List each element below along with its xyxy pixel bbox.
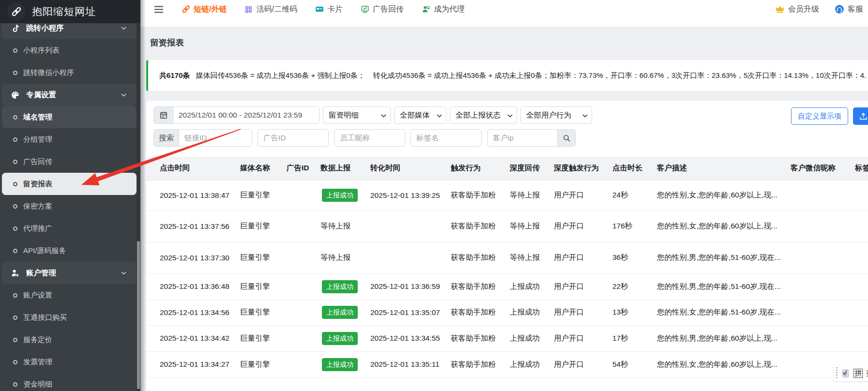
sidebar-item-9[interactable]: 代理推广: [2, 217, 137, 240]
user-gear-icon: [11, 269, 20, 278]
sidebar-group-3[interactable]: 专属设置: [2, 84, 137, 106]
sidebar-item-10[interactable]: API/源码服务: [2, 240, 137, 262]
report-status-select[interactable]: 全部上报状态: [450, 106, 517, 124]
sidebar-item-15[interactable]: 发票管理: [2, 351, 137, 373]
app-logo[interactable]: [7, 2, 26, 21]
ime-drag-handle-icon[interactable]: [836, 367, 838, 379]
sidebar-scrollbar-track[interactable]: [137, 23, 140, 391]
cell-media: 巨量引擎: [240, 180, 287, 211]
radio-bullet-icon: [13, 160, 17, 164]
customize-columns-button[interactable]: 自定义显示项: [791, 107, 848, 125]
sidebar-item-1[interactable]: 小程序列表: [2, 39, 137, 61]
sidebar-item-label: 代理推广: [23, 224, 52, 233]
search-button[interactable]: [557, 129, 576, 147]
sidebar-item-4[interactable]: 域名管理: [2, 106, 137, 128]
topnav-item-1[interactable]: 活码/二维码: [244, 4, 297, 15]
chevron-down-icon: [381, 114, 386, 118]
cell-deep-trigger: 用户开口: [554, 211, 612, 242]
search-field-4[interactable]: [487, 129, 557, 147]
topnav-item-3[interactable]: 广告回传: [361, 4, 404, 15]
sidebar-item-6[interactable]: 广告回传: [2, 150, 137, 173]
cell-duration: 54秒: [612, 351, 657, 377]
cell-click-time: 2025-12-01 13:37:30: [146, 242, 240, 273]
sidebar-item-8[interactable]: 保密方案: [2, 195, 137, 217]
sidebar-scrollbar-thumb[interactable]: [137, 241, 140, 389]
table-row[interactable]: 2025-12-01 13:37:56巨量引擎等待上报获客助手加粉等待上报用户开…: [146, 211, 868, 242]
cell-conv-time: 2025-12-01 13:35:07: [370, 300, 451, 325]
topnav-right-1[interactable]: 客服: [835, 4, 863, 15]
sidebar-group-11[interactable]: 账户管理: [2, 262, 137, 284]
report-table: 点击时间媒体名称广告ID数据上报转化时间触发行为深度回传深度触发行为点击时长客户…: [146, 157, 868, 378]
headset-icon: [835, 4, 844, 14]
calendar-button[interactable]: [154, 107, 173, 123]
cell-wechat: [791, 325, 855, 351]
table-row[interactable]: 2025-12-01 13:37:30巨量引擎等待上报获客助手加粉等待上报用户开…: [146, 242, 868, 273]
radio-bullet-icon: [13, 316, 17, 320]
report-status-badge: 上报成功: [322, 189, 358, 202]
cell-duration: 36秒: [612, 242, 657, 273]
monitor-transfer-icon: [361, 5, 369, 14]
cell-ad-id: [287, 325, 320, 351]
sidebar-item-16[interactable]: 资金明细: [2, 373, 137, 391]
cell-duration: 17秒: [612, 325, 657, 351]
sidebar-item-label: 小程序列表: [23, 46, 60, 55]
search-field-2[interactable]: [334, 129, 405, 147]
cell-wechat: [791, 300, 855, 325]
radio-bullet-icon: [13, 226, 17, 231]
media-select[interactable]: 全部媒体: [394, 106, 446, 124]
report-status-badge: 上报成功: [322, 332, 358, 345]
sidebar-item-2[interactable]: 跳转微信小程序: [2, 61, 137, 84]
date-range-input[interactable]: [173, 107, 319, 123]
table-row[interactable]: 2025-12-01 13:34:56巨量引擎上报成功2025-12-01 13…: [146, 300, 868, 325]
table-body: 2025-12-01 13:38:47巨量引擎上报成功2025-12-01 13…: [146, 180, 868, 377]
table-row[interactable]: 2025-12-01 13:34:27巨量引擎上报成功2025-12-01 13…: [146, 351, 868, 377]
search-field-0[interactable]: [179, 129, 252, 147]
table-header: 点击时间媒体名称广告ID数据上报转化时间触发行为深度回传深度触发行为点击时长客户…: [146, 157, 868, 180]
stats-banner: 共6170条 媒体回传4536条 = 成功上报4536条 + 强制上报0条； 转…: [146, 60, 868, 91]
topnav-item-4[interactable]: 成为代理: [422, 4, 465, 15]
cell-duration: 22秒: [612, 273, 657, 300]
menu-toggle-icon[interactable]: [154, 6, 163, 13]
topnav-item-label: 广告回传: [373, 4, 404, 15]
sidebar-item-5[interactable]: 分组管理: [2, 128, 137, 150]
table-row[interactable]: 2025-12-01 13:36:48巨量引擎上报成功2025-12-01 13…: [146, 273, 868, 300]
search-field-1[interactable]: [258, 129, 329, 147]
table-row[interactable]: 2025-12-01 13:38:47巨量引擎上报成功2025-12-01 13…: [146, 180, 868, 211]
cell-tags: [855, 300, 868, 325]
cell-desc: 您的性别,男,您的年龄,60岁以上,现...: [657, 325, 791, 351]
chevron-down-icon: [121, 93, 126, 97]
doc-check-icon: [841, 369, 850, 378]
table-row[interactable]: 2025-12-01 13:34:42巨量引擎上报成功2025-12-01 13…: [146, 325, 868, 351]
cell-wechat: [791, 180, 855, 211]
ime-toolbar[interactable]: 拼 英: [834, 365, 868, 381]
ime-pinyin-toggle[interactable]: 拼: [853, 369, 863, 378]
app-title: 抱阳缩短网址: [32, 5, 96, 18]
cell-desc: 您的性别,女,您的年龄,60岁以上,现...: [657, 211, 791, 242]
sidebar-item-7[interactable]: 留资报表: [2, 173, 137, 195]
sidebar-group-0[interactable]: 跳转小程序: [2, 23, 137, 39]
search-group: 搜索: [153, 129, 252, 147]
cell-duration: 13秒: [612, 300, 657, 325]
chevron-down-icon: [582, 114, 588, 118]
topbar: 短链/外链 活码/二维码 卡片 广告回传 成为代理 会员升级 客服: [140, 0, 868, 27]
search-row: 搜索: [153, 129, 868, 147]
user-behavior-select[interactable]: 全部用户行为: [520, 106, 592, 124]
qrcode-icon: [244, 5, 253, 14]
sidebar-item-14[interactable]: 服务定价: [2, 329, 137, 351]
cell-wechat: [791, 211, 855, 242]
agent-icon: [422, 5, 430, 14]
export-button[interactable]: [853, 107, 868, 125]
topnav-item-2[interactable]: 卡片: [315, 4, 343, 15]
sidebar-item-13[interactable]: 互通接口购买: [2, 306, 137, 329]
ime-english-toggle[interactable]: 英: [866, 369, 868, 378]
detail-type-select[interactable]: 留资明细: [323, 106, 391, 124]
sidebar-group-label: 账户管理: [26, 268, 56, 278]
stats-media: 媒体回传4536条 = 成功上报4536条 + 强制上报0条；: [196, 71, 365, 80]
topnav-item-0[interactable]: 短链/外链: [182, 4, 227, 15]
topnav-right-0[interactable]: 会员升级: [775, 4, 819, 15]
cell-deep-trigger: 用户开口: [554, 351, 612, 377]
sidebar-item-12[interactable]: 账户设置: [2, 284, 137, 306]
palette-icon: [11, 90, 20, 100]
search-field-3[interactable]: [411, 129, 482, 147]
sidebar-item-label: 发票管理: [23, 358, 52, 367]
